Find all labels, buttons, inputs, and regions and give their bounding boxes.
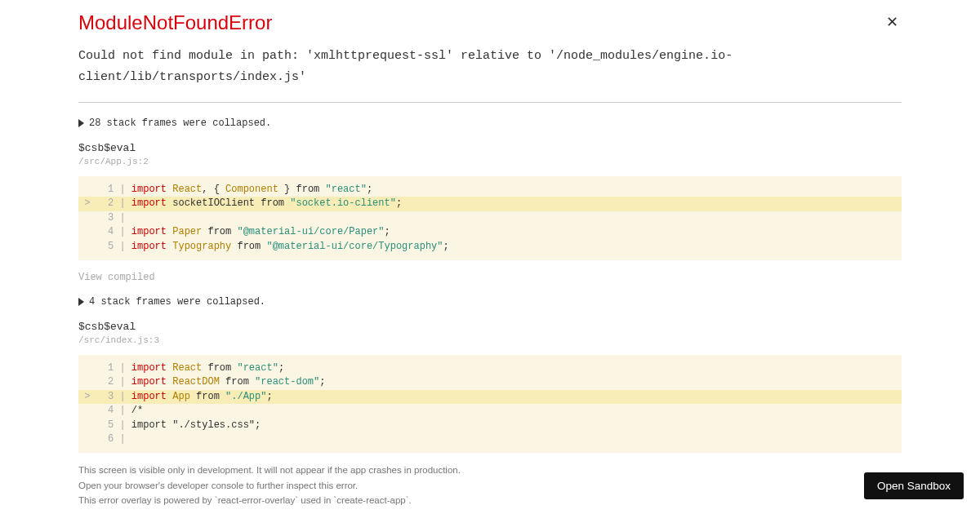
footer-line: Open your browser's developer console to… <box>78 479 902 493</box>
error-message: Could not find module in path: 'xmlhttpr… <box>78 46 902 87</box>
code-block: 1 | import React from "react"; 2 | impor… <box>78 355 902 453</box>
collapsed-frames-toggle[interactable]: 4 stack frames were collapsed. <box>78 296 902 308</box>
stack-frame-title: $csb$eval <box>78 321 902 333</box>
stack-frame-title: $csb$eval <box>78 142 902 154</box>
footer-note: This screen is visible only in developme… <box>0 457 980 514</box>
code-block: 1 | import React, { Component } from "re… <box>78 176 902 260</box>
divider <box>78 102 902 103</box>
close-icon[interactable]: ✕ <box>883 11 902 33</box>
view-compiled-link[interactable]: View compiled <box>78 272 902 283</box>
collapsed-frames-toggle[interactable]: 28 stack frames were collapsed. <box>78 117 902 129</box>
collapsed-frames-label: 4 stack frames were collapsed. <box>89 296 265 308</box>
footer-line: This screen is visible only in developme… <box>78 463 902 477</box>
stack-frame-location: /src/index.js:3 <box>78 335 902 345</box>
footer-line: This error overlay is powered by `react-… <box>78 494 902 507</box>
collapsed-frames-label: 28 stack frames were collapsed. <box>89 117 271 129</box>
open-sandbox-button[interactable]: Open Sandbox <box>864 472 964 499</box>
stack-frame-location: /src/App.js:2 <box>78 157 902 166</box>
error-title: ModuleNotFoundError <box>78 11 272 34</box>
